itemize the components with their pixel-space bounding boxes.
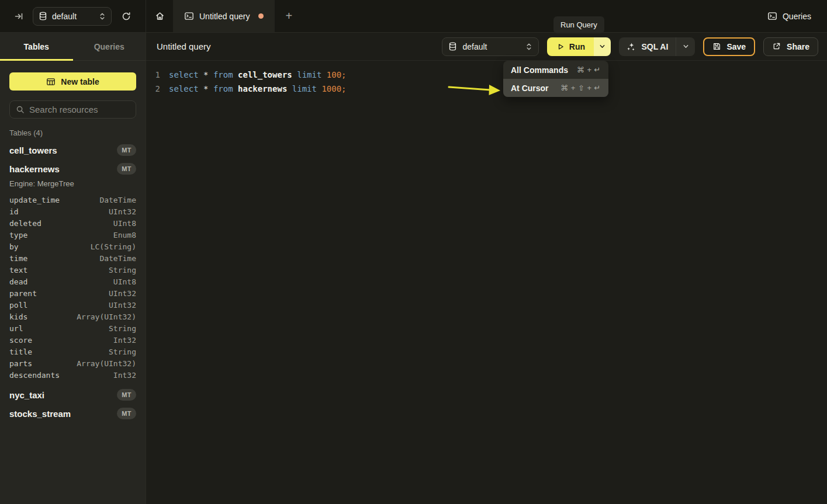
tab-untitled-query[interactable]: Untitled query xyxy=(173,0,275,32)
queries-button[interactable]: Queries xyxy=(767,0,827,32)
code-token: select xyxy=(169,70,199,79)
toolbar-controls: default Run xyxy=(442,37,818,56)
column-name: deleted xyxy=(9,219,41,228)
column-row[interactable]: idUInt32 xyxy=(9,206,136,217)
menu-item-shortcut: ⌘ + ⇧ + ↵ xyxy=(560,84,601,92)
column-row[interactable]: deadUInt8 xyxy=(9,276,136,287)
line-number: 1 xyxy=(146,70,160,79)
play-icon xyxy=(556,43,565,51)
engine-badge: MT xyxy=(117,144,136,156)
column-name: id xyxy=(9,207,19,216)
column-row[interactable]: titleString xyxy=(9,346,136,357)
code-token: limit xyxy=(292,84,317,93)
column-row[interactable]: descendantsInt32 xyxy=(9,369,136,381)
column-name: title xyxy=(9,347,32,356)
sql-ai-button[interactable]: SQL AI xyxy=(619,37,676,56)
column-row[interactable]: pollUInt32 xyxy=(9,299,136,311)
code-token xyxy=(233,84,238,93)
code-token xyxy=(199,70,203,79)
column-type: UInt32 xyxy=(109,301,136,310)
tables-section-header: Tables (4) xyxy=(9,128,136,137)
column-name: score xyxy=(9,336,32,345)
collapse-sidebar-icon[interactable] xyxy=(14,12,23,21)
table-row[interactable]: nyc_taxiMT xyxy=(9,385,136,404)
toolbar-database-selector[interactable]: default xyxy=(442,37,539,56)
table-row[interactable]: hackernewsMT xyxy=(9,159,136,178)
table-name: nyc_taxi xyxy=(9,390,44,400)
line-number: 2 xyxy=(146,84,160,93)
queries-icon xyxy=(767,11,777,21)
run-options-button[interactable] xyxy=(594,37,611,56)
code-token: from xyxy=(213,84,233,93)
column-row[interactable]: timeDateTime xyxy=(9,252,136,264)
run-options-menu: All Commands⌘ + ↵At Cursor⌘ + ⇧ + ↵ xyxy=(503,61,608,97)
table-row[interactable]: stocks_streamMT xyxy=(9,404,136,423)
column-type: Array(UInt32) xyxy=(77,359,136,368)
column-row[interactable]: kidsArray(UInt32) xyxy=(9,311,136,322)
column-type: String xyxy=(109,324,136,333)
save-button[interactable]: Save xyxy=(703,37,755,56)
run-query-tooltip: Run Query xyxy=(553,16,604,33)
share-button[interactable]: Share xyxy=(763,37,818,56)
run-button[interactable]: Run xyxy=(547,37,594,56)
column-row[interactable]: parentUInt32 xyxy=(9,287,136,299)
column-row[interactable]: typeEnum8 xyxy=(9,229,136,241)
run-menu-item-all-commands[interactable]: All Commands⌘ + ↵ xyxy=(503,61,608,79)
column-name: parent xyxy=(9,289,37,298)
search-input[interactable] xyxy=(29,105,130,114)
topbar-database-value: default xyxy=(52,12,77,21)
code-token xyxy=(292,70,297,79)
column-type: DateTime xyxy=(99,196,136,204)
queries-button-label: Queries xyxy=(783,12,811,21)
sidebar-tab-tables[interactable]: Tables xyxy=(0,33,73,60)
code-line: 1select * from cell_towers limit 100; xyxy=(146,68,827,82)
column-row[interactable]: deletedUInt8 xyxy=(9,217,136,229)
save-icon xyxy=(712,42,721,51)
column-row[interactable]: update_timeDateTime xyxy=(9,194,136,206)
column-row[interactable]: byLC(String) xyxy=(9,241,136,252)
column-name: descendants xyxy=(9,371,60,380)
run-button-group: Run xyxy=(547,37,611,56)
database-icon xyxy=(448,42,457,51)
column-row[interactable]: scoreInt32 xyxy=(9,334,136,346)
home-icon[interactable] xyxy=(146,0,173,32)
column-type: Array(UInt32) xyxy=(77,312,136,321)
query-title: Untitled query xyxy=(157,41,211,51)
code-token xyxy=(199,84,203,93)
code-token xyxy=(233,70,238,79)
column-row[interactable]: textString xyxy=(9,264,136,276)
new-table-button[interactable]: New table xyxy=(9,72,136,91)
code-line: 2select * from hackernews limit 1000; xyxy=(146,82,827,96)
table-name: hackernews xyxy=(9,164,60,174)
topbar-database-selector[interactable]: default xyxy=(33,7,112,26)
refresh-icon[interactable] xyxy=(121,11,132,22)
search-icon xyxy=(16,105,25,114)
table-name: cell_towers xyxy=(9,145,57,155)
table-row[interactable]: cell_towersMT xyxy=(9,141,136,159)
column-type: UInt32 xyxy=(109,207,136,216)
run-menu-item-at-cursor[interactable]: At Cursor⌘ + ⇧ + ↵ xyxy=(503,79,608,97)
column-name: type xyxy=(9,231,27,239)
column-row[interactable]: partsArray(UInt32) xyxy=(9,357,136,369)
column-name: update_time xyxy=(9,196,60,204)
column-name: url xyxy=(9,324,23,333)
sql-editor[interactable]: 1select * from cell_towers limit 100;2se… xyxy=(146,61,827,96)
sql-ai-options-button[interactable] xyxy=(676,37,695,56)
column-row[interactable]: urlString xyxy=(9,322,136,334)
save-button-label: Save xyxy=(726,42,746,51)
engine-badge: MT xyxy=(117,163,136,175)
tab-strip: Untitled query + xyxy=(146,0,767,32)
unsaved-dot xyxy=(258,13,264,19)
sidebar-tab-queries[interactable]: Queries xyxy=(73,33,146,60)
search-box xyxy=(9,100,136,119)
share-button-label: Share xyxy=(787,42,809,51)
new-tab-button[interactable]: + xyxy=(275,0,303,32)
code-token: cell_towers xyxy=(238,70,292,79)
chevron-down-icon xyxy=(683,43,689,50)
code-token xyxy=(208,84,213,93)
sidebar: Tables Queries New table Tables (4) cell… xyxy=(0,33,146,504)
code-content: select * from hackernews limit 1000; xyxy=(169,84,347,93)
sql-ai-label: SQL AI xyxy=(641,42,668,51)
engine-badge: MT xyxy=(117,389,136,401)
columns-list: update_timeDateTimeidUInt32deletedUInt8t… xyxy=(9,190,136,385)
